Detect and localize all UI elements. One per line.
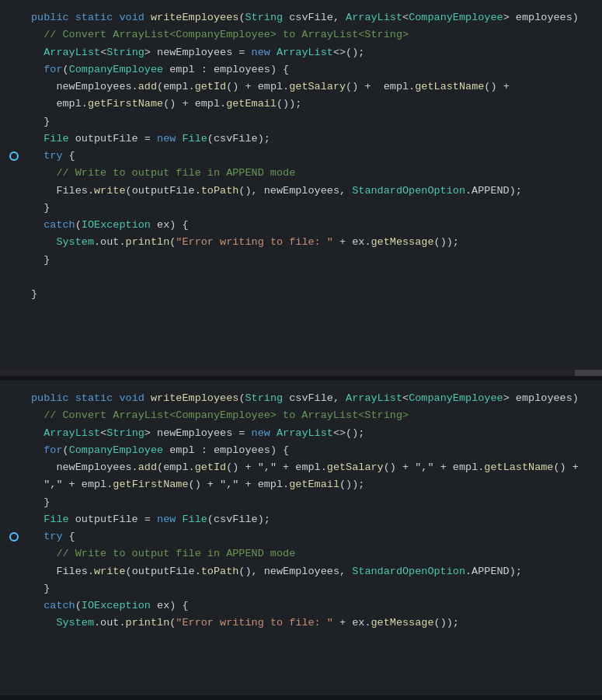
code-token: // Convert ArrayList<CompanyEmployee> to…: [43, 26, 409, 44]
code-token: ());: [277, 96, 301, 113]
code-line: try {: [31, 148, 602, 165]
code-token: (csvFile);: [207, 131, 270, 148]
indent-space: [31, 252, 43, 269]
code-token: getEmail: [289, 476, 339, 493]
code-lines-bottom: public static void writeEmployees(String…: [31, 390, 602, 632]
code-line: }: [31, 252, 602, 269]
line-gutter: [0, 269, 28, 286]
indent-space: [31, 563, 56, 580]
code-token: csvFile,: [283, 390, 346, 407]
indent-space: [31, 165, 56, 182]
code-token: getFirstName: [88, 96, 163, 113]
code-token: toPath: [201, 183, 239, 200]
code-line: }: [31, 200, 602, 217]
breakpoint-marker[interactable]: [9, 532, 19, 542]
code-token: System: [56, 615, 94, 632]
indent-space: [31, 61, 43, 78]
code-token: StandardOpenOption: [352, 563, 465, 580]
scrollbar-track-top[interactable]: [0, 370, 602, 376]
line-gutter: [0, 511, 28, 528]
code-token: writeEmployees: [151, 390, 238, 407]
line-gutter: [0, 234, 28, 251]
code-token: // Write to output file in APPEND mode: [56, 165, 295, 182]
code-line: // Write to output file in APPEND mode: [31, 165, 602, 182]
code-token: void: [119, 9, 151, 26]
code-token: (empl.: [157, 78, 195, 96]
code-token: System: [56, 234, 94, 251]
code-token: ex) {: [151, 217, 189, 234]
line-gutter: [0, 9, 28, 26]
code-token: (), newEmployees,: [238, 563, 352, 580]
code-token: (: [75, 217, 82, 234]
breakpoint-marker[interactable]: [9, 151, 19, 161]
code-line: for(CompanyEmployee empl : employees) {: [31, 442, 602, 459]
indent-space: [31, 425, 43, 442]
code-container-bottom: public static void writeEmployees(String…: [0, 381, 602, 695]
code-token: empl : employees) {: [163, 442, 289, 459]
code-token: <: [402, 390, 409, 407]
code-token: [176, 131, 182, 148]
code-line: System.out.println("Error writing to fil…: [31, 615, 602, 632]
code-line: [31, 269, 602, 286]
line-gutter: [0, 148, 28, 165]
line-gutter: [0, 131, 28, 148]
code-token: File: [182, 511, 207, 528]
code-token: <: [100, 425, 106, 442]
code-token: ());: [434, 234, 459, 251]
code-token: > newEmployees =: [144, 44, 252, 61]
code-token: String: [245, 390, 283, 407]
code-token: newEmployees.: [56, 78, 137, 96]
code-token: () + "," + empl.: [226, 459, 327, 476]
code-token: () + "," + empl.: [189, 476, 290, 493]
code-token: () +: [553, 459, 578, 476]
code-line: try {: [31, 528, 602, 545]
code-token: "Error writing to file: ": [176, 615, 333, 632]
code-token: > newEmployees =: [144, 425, 252, 442]
indent-space: [31, 234, 56, 251]
code-token: // Convert ArrayList<CompanyEmployee> to…: [43, 407, 409, 424]
code-token: write: [94, 563, 126, 580]
indent-space: [31, 96, 56, 113]
code-line: ArrayList<String> newEmployees = new Arr…: [31, 44, 602, 61]
line-gutter: [0, 78, 28, 96]
code-token: > employees): [503, 390, 579, 407]
code-token: ());: [434, 615, 459, 632]
code-token: }: [43, 580, 50, 597]
code-token: public: [31, 9, 75, 26]
code-token: <: [402, 9, 409, 26]
line-gutter: [0, 459, 28, 476]
line-gutter: [0, 528, 28, 545]
line-gutter: [0, 113, 28, 131]
code-token: ArrayList: [346, 9, 402, 26]
code-token: try: [43, 148, 62, 165]
indent-space: [31, 545, 56, 562]
code-token: getLastName: [415, 78, 484, 96]
code-line: Files.write(outputFile.toPath(), newEmpl…: [31, 563, 602, 580]
code-token: <>();: [333, 44, 365, 61]
code-token: <>();: [333, 425, 365, 442]
code-token: ArrayList: [43, 44, 100, 61]
app-container: public static void writeEmployees(String…: [0, 0, 602, 700]
indent-space: [31, 459, 56, 476]
code-token: toPath: [201, 563, 239, 580]
code-token: }: [43, 494, 50, 511]
code-token: () + empl.: [346, 78, 415, 96]
code-line: ArrayList<String> newEmployees = new Arr…: [31, 425, 602, 442]
code-token: println: [126, 615, 170, 632]
code-token: new: [157, 131, 176, 148]
code-token: {: [63, 148, 75, 165]
line-gutter: [0, 165, 28, 182]
indent-space: [31, 511, 43, 528]
scrollbar-thumb-top[interactable]: [575, 370, 602, 376]
code-token: getLastName: [484, 459, 553, 476]
indent-space: [31, 494, 43, 511]
code-token: CompanyEmployee: [409, 390, 503, 407]
code-token: "," + empl.: [43, 476, 113, 493]
code-line: newEmployees.add(empl.getId() + empl.get…: [31, 78, 602, 96]
line-gutter: [0, 390, 28, 407]
code-token: + ex.: [333, 615, 371, 632]
code-token: public: [31, 390, 75, 407]
code-token: }: [43, 200, 50, 217]
code-token: Files.: [56, 563, 94, 580]
code-line: }: [31, 113, 602, 131]
